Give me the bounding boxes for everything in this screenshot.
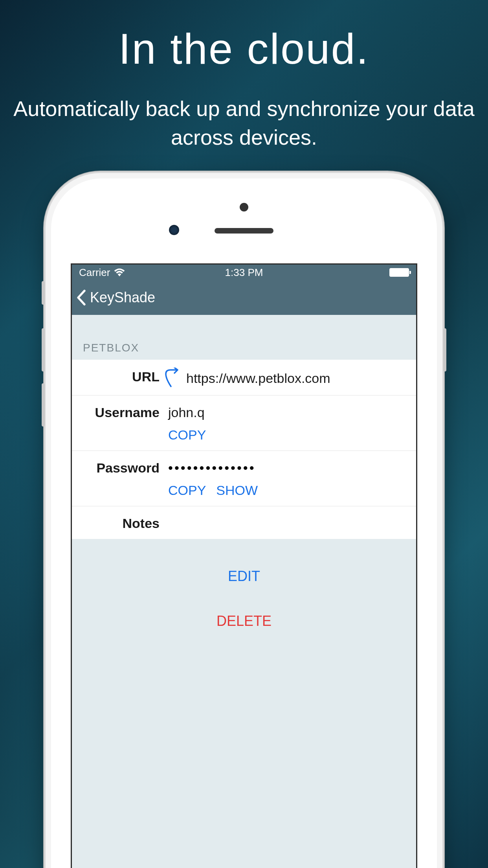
volume-down-button (42, 383, 45, 427)
carrier-label: Carrier (79, 267, 110, 279)
promo-headline: In the cloud. (0, 24, 488, 74)
power-button (443, 328, 446, 371)
wifi-icon (114, 268, 125, 276)
device-frame: Carrier 1:33 PM KeyShade PETBLOX (46, 173, 442, 868)
navigation-bar: KeyShade (72, 280, 416, 315)
username-value: john.q (168, 403, 416, 420)
copy-username-button[interactable]: COPY (168, 427, 206, 443)
url-label: URL (83, 368, 160, 387)
delete-button[interactable]: DELETE (72, 603, 416, 639)
url-value[interactable]: https://www.petblox.com (186, 369, 330, 386)
notes-value (168, 514, 416, 516)
app-screen: Carrier 1:33 PM KeyShade PETBLOX (71, 263, 417, 868)
notes-row: Notes (72, 506, 416, 539)
entry-detail-card: URL https://www.petblox.com Username joh… (72, 360, 416, 539)
earpiece-speaker (215, 228, 273, 234)
username-label: Username (83, 403, 160, 443)
password-label: Password (83, 459, 160, 498)
mute-switch (42, 281, 45, 305)
proximity-sensor (240, 203, 248, 211)
volume-up-button (42, 328, 45, 371)
status-time: 1:33 PM (189, 267, 299, 279)
notes-label: Notes (83, 514, 160, 531)
url-row: URL https://www.petblox.com (72, 360, 416, 395)
open-url-icon[interactable] (163, 368, 179, 387)
show-password-button[interactable]: SHOW (216, 483, 258, 498)
front-camera (169, 225, 179, 235)
password-masked: •••••••••••••• (168, 459, 416, 476)
back-button-label[interactable]: KeyShade (90, 289, 155, 306)
battery-icon (389, 268, 409, 277)
copy-password-button[interactable]: COPY (168, 483, 206, 498)
section-header: PETBLOX (72, 315, 416, 360)
edit-button[interactable]: EDIT (72, 559, 416, 594)
password-row: Password •••••••••••••• COPY SHOW (72, 451, 416, 506)
back-icon[interactable] (77, 290, 86, 305)
status-bar: Carrier 1:33 PM (72, 265, 416, 280)
username-row: Username john.q COPY (72, 395, 416, 451)
promo-subtitle: Automatically back up and synchronize yo… (0, 94, 488, 152)
